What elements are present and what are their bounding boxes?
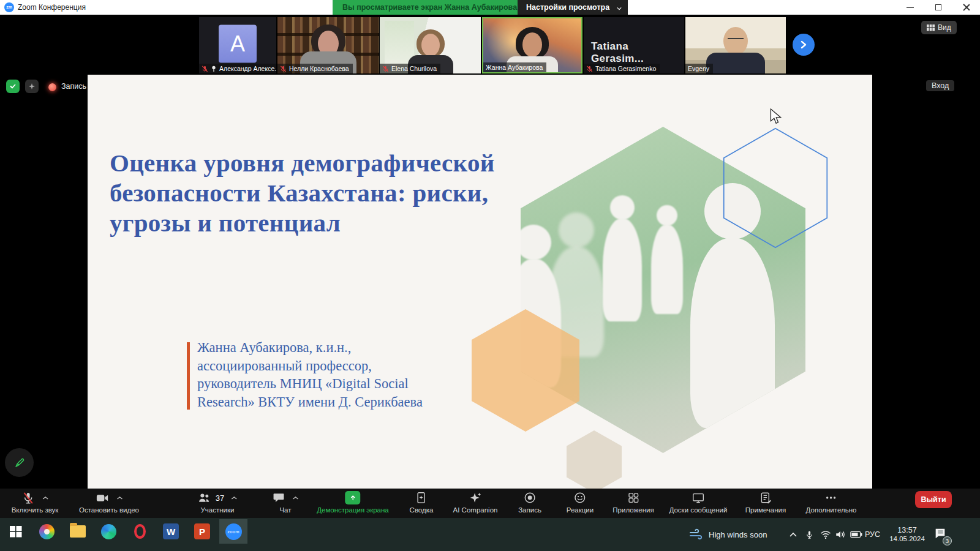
- close-button[interactable]: [952, 0, 980, 15]
- language-indicator[interactable]: РУС: [865, 518, 880, 551]
- chevron-up-icon[interactable]: [292, 496, 299, 500]
- shared-screen-slide: Оценка уровня демографической безопаснос…: [88, 75, 872, 489]
- button-label: Дополнительно: [806, 506, 857, 514]
- button-label: Чат: [279, 506, 291, 514]
- ai-companion-button[interactable]: AI Companion: [453, 490, 498, 514]
- tray-speaker-icon[interactable]: [835, 518, 846, 551]
- ai-sparkle-icon[interactable]: [25, 80, 39, 93]
- window-title: Zoom Конференция: [18, 0, 86, 15]
- button-label: Примечания: [745, 506, 786, 514]
- windows-icon: [9, 524, 23, 539]
- whiteboards-button[interactable]: Доски сообщений: [669, 490, 728, 514]
- chevron-up-icon[interactable]: [116, 496, 123, 500]
- maximize-button[interactable]: [924, 0, 952, 15]
- tray-mic-icon[interactable]: [805, 518, 814, 551]
- chat-button[interactable]: Чат: [272, 490, 299, 514]
- tray-wifi-icon[interactable]: [820, 518, 831, 551]
- notes-icon: [759, 491, 772, 504]
- window-title-bar: zm Zoom Конференция Вы просматриваете эк…: [0, 0, 980, 15]
- participant-tile-evgeny[interactable]: Evgeny: [685, 17, 786, 73]
- participant-name: Александр Алексе...: [219, 65, 276, 72]
- participants-icon: [197, 491, 211, 505]
- leave-meeting-button[interactable]: Выйти: [915, 491, 952, 508]
- participant-tile-aleksandr[interactable]: A Александр Алексе...: [199, 17, 276, 73]
- view-button-label: Вид: [938, 23, 951, 32]
- notification-center-button[interactable]: 3: [933, 527, 947, 542]
- more-button[interactable]: Дополнительно: [806, 490, 857, 514]
- show-hidden-icons-button[interactable]: [789, 518, 797, 551]
- participant-name: Evgeny: [688, 65, 709, 72]
- unmute-button[interactable]: Включить звук: [12, 490, 59, 514]
- pencil-icon: [12, 455, 27, 470]
- mic-muted-icon: [21, 491, 35, 505]
- powerpoint-app-icon[interactable]: P: [188, 519, 216, 544]
- participant-name-tag: Evgeny: [685, 64, 713, 73]
- zoom-app-icon: zm: [4, 2, 14, 12]
- participant-name: Нелли Краснобаева: [289, 65, 349, 72]
- button-label: AI Companion: [453, 506, 498, 514]
- mic-muted-icon: [586, 66, 593, 72]
- participant-display-name: Tatiana Gerasim...: [591, 40, 684, 65]
- slide-author: Жанна Аубакирова, к.и.н., ассоциированны…: [197, 339, 423, 411]
- apps-button[interactable]: Приложения: [612, 490, 654, 514]
- word-app-icon[interactable]: W: [157, 519, 185, 544]
- video-icon: [95, 491, 110, 505]
- hexagon-outline-decoration: [723, 127, 828, 249]
- annotate-pencil-button[interactable]: [5, 448, 34, 477]
- taskbar-clock[interactable]: 13:57 14.05.2024: [884, 518, 930, 551]
- summary-button[interactable]: Сводка: [410, 490, 434, 514]
- wind-icon: [689, 528, 704, 541]
- author-accent-bar: [187, 342, 190, 410]
- chat-icon: [272, 491, 285, 504]
- avatar: A: [219, 25, 257, 63]
- stop-video-button[interactable]: Остановить видео: [79, 490, 139, 514]
- edge-browser-icon[interactable]: [94, 519, 123, 544]
- zoom-app-taskbar-icon[interactable]: zoom: [219, 519, 247, 544]
- chevron-up-icon[interactable]: [231, 496, 238, 500]
- entry-button[interactable]: Вход: [926, 80, 954, 91]
- notification-count-badge: 3: [943, 536, 952, 545]
- record-button[interactable]: Запись: [518, 490, 541, 514]
- chevron-down-icon: [617, 6, 622, 11]
- more-icon: [824, 491, 838, 504]
- participant-tile-zhanna-active-speaker[interactable]: Жанна Аубакирова: [482, 17, 582, 73]
- start-button[interactable]: [2, 519, 30, 544]
- button-label: Остановить видео: [79, 506, 139, 514]
- opera-browser-icon[interactable]: [126, 519, 154, 544]
- file-explorer-icon[interactable]: [64, 519, 92, 544]
- mic-muted-icon: [280, 66, 287, 72]
- mic-muted-icon: [382, 66, 389, 72]
- participant-tile-nelli[interactable]: Нелли Краснобаева: [277, 17, 379, 73]
- participant-name: Elena Churilova: [391, 65, 437, 72]
- share-screen-icon: [345, 491, 360, 504]
- minimize-button[interactable]: [896, 0, 924, 15]
- time: 13:57: [897, 526, 916, 534]
- participant-tile-tatiana[interactable]: Tatiana Gerasim... Tatiana Gerasimenko: [584, 17, 684, 73]
- grid-view-icon: [927, 24, 935, 31]
- chevron-right-icon: [799, 40, 808, 49]
- share-screen-button[interactable]: Демонстрация экрана: [317, 490, 389, 514]
- participant-name-tag: Александр Алексе...: [199, 64, 276, 73]
- windows-taskbar: W P zoom High winds soon РУС 13:57 14.05…: [0, 518, 980, 551]
- view-button[interactable]: Вид: [921, 21, 957, 34]
- participant-tile-elena[interactable]: Elena Churilova: [380, 17, 481, 73]
- participants-button[interactable]: 37 Участники: [197, 490, 238, 514]
- security-shield-icon[interactable]: [6, 80, 20, 93]
- minimize-icon: [907, 7, 914, 8]
- reactions-button[interactable]: Реакции: [567, 490, 594, 514]
- tray-battery-icon[interactable]: [850, 518, 862, 551]
- participant-name: Жанна Аубакирова: [486, 64, 543, 71]
- participant-name-tag: Нелли Краснобаева: [277, 64, 353, 73]
- paint-app-icon[interactable]: [32, 519, 61, 544]
- participants-count: 37: [216, 493, 224, 503]
- slide-title: Оценка уровня демографической безопаснос…: [110, 148, 495, 238]
- next-participants-button[interactable]: [793, 34, 815, 56]
- view-settings-button[interactable]: Настройки просмотра: [518, 0, 628, 15]
- hexagon-beige-decoration: [567, 430, 622, 489]
- notes-button[interactable]: Примечания: [745, 490, 786, 514]
- participant-name-tag: Жанна Аубакирова: [483, 62, 546, 72]
- button-label: Демонстрация экрана: [317, 506, 389, 514]
- chevron-up-icon[interactable]: [42, 496, 48, 500]
- weather-widget[interactable]: High winds soon: [689, 518, 767, 551]
- button-label: Запись: [518, 506, 541, 514]
